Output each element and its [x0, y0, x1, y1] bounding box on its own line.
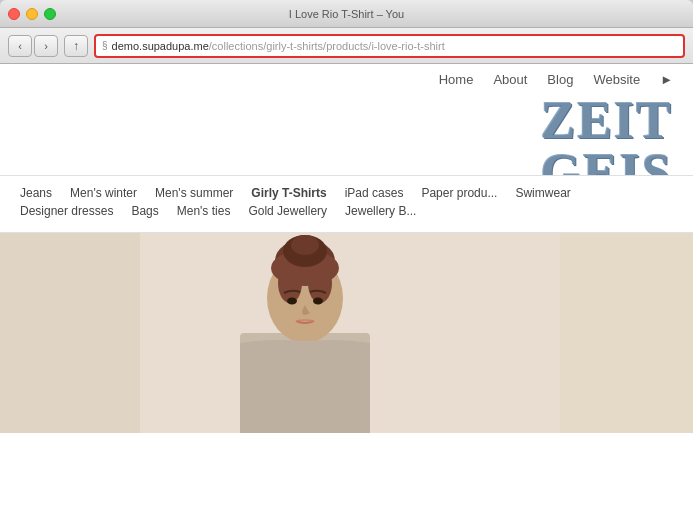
cat-paper-products[interactable]: Paper produ... [421, 186, 497, 200]
minimize-button[interactable] [26, 8, 38, 20]
site-nav: Home About Blog Website ► [0, 64, 693, 95]
nav-blog[interactable]: Blog [547, 72, 573, 87]
category-nav: Jeans Men's winter Men's summer Girly T-… [0, 175, 693, 233]
browser-window: I Love Rio T-Shirt – You ‹ › ↑ § demo.su… [0, 0, 693, 531]
nav-buttons: ‹ › [8, 35, 58, 57]
cat-ipad-cases[interactable]: iPad cases [345, 186, 404, 200]
nav-about[interactable]: About [493, 72, 527, 87]
maximize-button[interactable] [44, 8, 56, 20]
cat-jeans[interactable]: Jeans [20, 186, 52, 200]
url-bar[interactable]: § demo.supadupa.me/collections/girly-t-s… [94, 34, 685, 58]
url-path: /collections/girly-t-shirts/products/i-l… [209, 40, 445, 52]
cat-jewellery-b[interactable]: Jewellery B... [345, 204, 416, 218]
back-icon: ‹ [18, 40, 22, 52]
forward-icon: › [44, 40, 48, 52]
toolbar: ‹ › ↑ § demo.supadupa.me/collections/gir… [0, 28, 693, 64]
svg-point-11 [287, 298, 297, 305]
svg-point-8 [308, 263, 332, 303]
svg-rect-13 [560, 233, 693, 433]
svg-point-12 [313, 298, 323, 305]
nav-website[interactable]: Website [593, 72, 640, 87]
cat-mens-ties[interactable]: Men's ties [177, 204, 231, 218]
cat-girly-tshirts[interactable]: Girly T-Shirts [251, 186, 326, 200]
traffic-lights [8, 8, 56, 20]
cat-gold-jewellery[interactable]: Gold Jewellery [248, 204, 327, 218]
forward-button[interactable]: › [34, 35, 58, 57]
window-title: I Love Rio T-Shirt – You [289, 8, 404, 20]
cat-mens-winter[interactable]: Men's winter [70, 186, 137, 200]
svg-point-10 [291, 235, 319, 255]
title-bar: I Love Rio T-Shirt – You [0, 0, 693, 28]
url-domain: demo.supadupa.me [112, 40, 209, 52]
cat-bags[interactable]: Bags [131, 204, 158, 218]
svg-point-7 [278, 263, 302, 303]
svg-rect-1 [0, 233, 140, 433]
site-logo: ZEITGEIS [541, 95, 673, 175]
nav-more[interactable]: ► [660, 72, 673, 87]
url-security-icon: § [102, 40, 108, 51]
nav-home[interactable]: Home [439, 72, 474, 87]
share-button[interactable]: ↑ [64, 35, 88, 57]
back-button[interactable]: ‹ [8, 35, 32, 57]
site-header: ZEITGEIS [0, 95, 693, 175]
browser-content: Copy this URL Home About Blog Website ► … [0, 64, 693, 531]
close-button[interactable] [8, 8, 20, 20]
product-image-svg [0, 233, 693, 433]
cat-mens-summer[interactable]: Men's summer [155, 186, 233, 200]
product-image-area [0, 233, 693, 433]
cat-swimwear[interactable]: Swimwear [515, 186, 570, 200]
share-icon: ↑ [73, 39, 79, 53]
url-text: demo.supadupa.me/collections/girly-t-shi… [112, 40, 445, 52]
cat-designer-dresses[interactable]: Designer dresses [20, 204, 113, 218]
